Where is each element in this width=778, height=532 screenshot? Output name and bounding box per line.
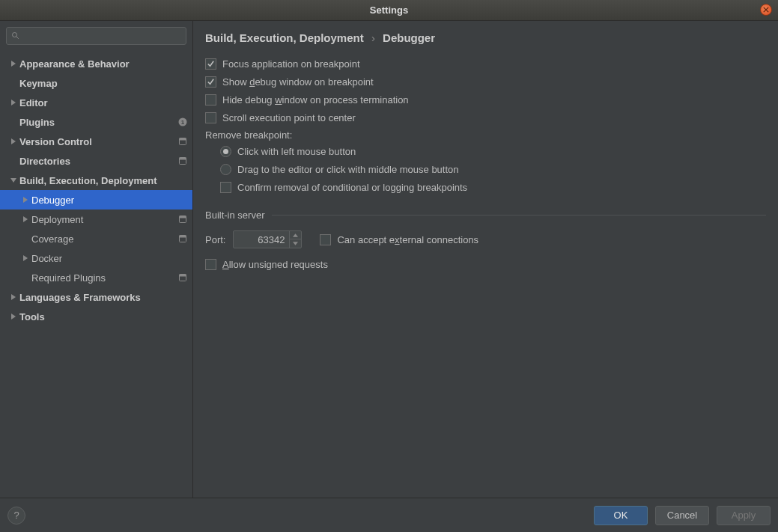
tree-item-deployment[interactable]: Deployment (0, 210, 192, 229)
breadcrumb: Build, Execution, Deployment › Debugger (205, 31, 766, 44)
port-value[interactable]: 63342 (234, 234, 289, 245)
window-title: Settings (370, 4, 408, 16)
check-icon (207, 60, 215, 68)
radio-click[interactable] (220, 146, 231, 157)
tree-item-coverage[interactable]: Coverage (0, 229, 192, 248)
tree-item-label: Build, Execution, Deployment (19, 175, 188, 186)
profile-scope-icon (177, 233, 188, 244)
tree-item-label: Debugger (31, 195, 188, 206)
settings-tree[interactable]: Appearance & BehaviorKeymapEditorPlugins… (0, 51, 192, 498)
profile-scope-icon (177, 156, 188, 166)
tree-arrow-icon[interactable] (19, 216, 31, 222)
tree-item-label: Appearance & Behavior (19, 58, 188, 70)
tree-item-label: Tools (19, 311, 188, 322)
spinner-up[interactable] (290, 231, 301, 239)
show-window-checkbox[interactable] (205, 76, 216, 88)
radio-drag-row[interactable]: Drag to the editor or click with middle … (205, 160, 766, 178)
focus-checkbox-row[interactable]: Focus application on breakpoint (205, 55, 766, 73)
apply-button[interactable]: Apply (717, 506, 771, 525)
search-icon (11, 31, 20, 40)
tree-item-tools[interactable]: Tools (0, 307, 192, 326)
tree-arrow-icon[interactable] (7, 314, 19, 319)
port-spinner[interactable]: 63342 (233, 230, 302, 248)
unsigned-checkbox[interactable] (205, 259, 216, 270)
tree-arrow-icon[interactable] (7, 177, 19, 183)
tree-arrow-icon[interactable] (7, 61, 19, 67)
profile-scope-icon (177, 136, 188, 147)
tree-item-label: Required Plugins (31, 272, 177, 284)
svg-rect-7 (180, 158, 186, 160)
hide-window-checkbox-row[interactable]: Hide debug window on process termination (205, 91, 766, 108)
tree-arrow-icon[interactable] (7, 138, 19, 144)
close-button[interactable] (760, 4, 772, 16)
tree-item-plugins[interactable]: Plugins1 (0, 112, 192, 132)
tree-arrow-icon[interactable] (19, 255, 31, 261)
tree-arrow-icon[interactable] (19, 197, 31, 203)
tree-item-keymap[interactable]: Keymap (0, 73, 192, 93)
port-label: Port: (205, 234, 225, 245)
tree-item-label: Plugins (19, 117, 177, 128)
breadcrumb-root[interactable]: Build, Execution, Deployment (205, 31, 364, 44)
profile-scope-icon (177, 214, 188, 224)
radio-dot (223, 149, 228, 154)
tree-item-label: Languages & Frameworks (19, 292, 188, 303)
sidebar: Appearance & BehaviorKeymapEditorPlugins… (0, 21, 193, 498)
check-icon (207, 78, 215, 86)
remove-breakpoint-label: Remove breakpoint: (205, 129, 766, 141)
tree-item-directories[interactable]: Directories (0, 151, 192, 171)
tree-item-label: Version Control (19, 136, 177, 147)
update-count-badge: 1 (177, 117, 188, 127)
breadcrumb-leaf: Debugger (383, 31, 435, 44)
show-window-label: Show debug window on breakpoint (222, 76, 374, 88)
svg-line-1 (16, 37, 19, 39)
tree-item-label: Keymap (19, 78, 188, 89)
external-label: Can accept external connections (337, 234, 478, 245)
tree-arrow-icon[interactable] (7, 100, 19, 106)
chevron-up-icon (293, 233, 298, 237)
ok-button[interactable]: OK (594, 506, 648, 525)
breadcrumb-sep: › (371, 31, 375, 44)
tree-item-editor[interactable]: Editor (0, 93, 192, 112)
hide-window-label: Hide debug window on process termination (222, 94, 409, 106)
radio-click-label: Click with left mouse button (237, 146, 356, 157)
svg-rect-9 (180, 216, 186, 218)
footer: ? OK Cancel Apply (0, 498, 778, 532)
scroll-label: Scroll execution point to center (222, 112, 356, 123)
cancel-button[interactable]: Cancel (655, 506, 709, 525)
tree-item-version-control[interactable]: Version Control (0, 132, 192, 151)
scroll-checkbox[interactable] (205, 112, 216, 123)
svg-rect-11 (180, 236, 186, 238)
help-button[interactable]: ? (7, 507, 25, 525)
tree-item-label: Coverage (31, 233, 177, 245)
tree-arrow-icon[interactable] (7, 294, 19, 300)
show-window-checkbox-row[interactable]: Show debug window on breakpoint (205, 73, 766, 91)
external-checkbox[interactable] (320, 234, 331, 245)
svg-point-0 (13, 33, 17, 37)
svg-rect-5 (180, 138, 186, 141)
unsigned-label: Allow unsigned requests (222, 259, 328, 270)
tree-item-languages-frameworks[interactable]: Languages & Frameworks (0, 287, 192, 307)
content-pane: Build, Execution, Deployment › Debugger … (193, 21, 778, 498)
chevron-down-icon (293, 242, 298, 245)
tree-item-debugger[interactable]: Debugger (0, 190, 192, 210)
confirm-checkbox-row[interactable]: Confirm removal of conditional or loggin… (205, 178, 766, 196)
tree-item-build-execution-deployment[interactable]: Build, Execution, Deployment (0, 171, 192, 190)
scroll-checkbox-row[interactable]: Scroll execution point to center (205, 108, 766, 126)
radio-click-row[interactable]: Click with left mouse button (205, 142, 766, 160)
tree-item-label: Directories (19, 156, 177, 167)
radio-drag-label: Drag to the editor or click with middle … (237, 164, 459, 175)
search-input[interactable] (6, 27, 186, 45)
tree-item-label: Docker (31, 253, 188, 264)
focus-checkbox[interactable] (205, 58, 216, 70)
tree-item-appearance-behavior[interactable]: Appearance & Behavior (0, 54, 192, 73)
radio-drag[interactable] (220, 164, 231, 175)
profile-scope-icon (177, 272, 188, 283)
tree-item-required-plugins[interactable]: Required Plugins (0, 268, 192, 287)
separator-line (272, 215, 766, 215)
confirm-checkbox[interactable] (220, 182, 231, 193)
spinner-down[interactable] (290, 239, 301, 248)
unsigned-checkbox-row[interactable]: Allow unsigned requests (205, 255, 766, 273)
tree-item-docker[interactable]: Docker (0, 248, 192, 268)
hide-window-checkbox[interactable] (205, 94, 216, 106)
tree-item-label: Deployment (31, 214, 177, 225)
